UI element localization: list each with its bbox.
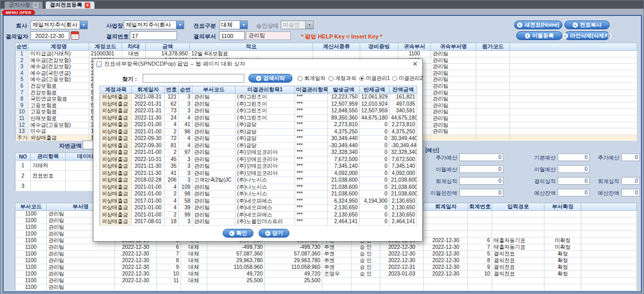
cell: 161,821 — [389, 94, 417, 101]
grid-row[interactable]: 3 — [15, 181, 106, 191]
grid-row[interactable]: 외상매출금2022-01-31733관리팀(주)그린조이***12,848,55… — [100, 108, 417, 115]
cell: 12,507,959 — [360, 108, 389, 115]
grid-row[interactable]: 외상매출금2021-01-00297관리팀(주)꼬매요코리아***32,328,… — [100, 149, 417, 156]
grid-row[interactable]: 외상매출금2018-02-282063고객만족2팀(JC(주)나노시스***21… — [100, 177, 417, 184]
column-header[interactable]: 입력경로 — [492, 203, 544, 211]
column-header[interactable]: 회계일자 — [424, 203, 468, 211]
company-select[interactable]: 제일저지주식회사 ▼ — [30, 21, 88, 29]
grid-row[interactable]: 1100관리팀2022-12-308대체29,963,78029,963,780… — [15, 258, 637, 264]
column-header[interactable]: 순번 — [179, 86, 192, 94]
column-header[interactable]: 귀속부서 — [398, 43, 431, 51]
grid-row[interactable]: 외상매출금2022-01-31623관리팀(주)그린조이***12,507,95… — [100, 101, 417, 108]
tab-close-icon[interactable]: × — [85, 3, 90, 8]
cell: 2021-11-30 — [132, 170, 165, 177]
column-header[interactable] — [510, 43, 637, 51]
grid-row[interactable]: 외상매출금2022-10-31453관리팀(주)꼬매요코리아***7,672,5… — [100, 156, 417, 163]
column-header[interactable]: 부서확정 — [544, 203, 581, 211]
column-header[interactable]: 금액 — [146, 43, 190, 51]
find-input[interactable] — [143, 74, 244, 83]
column-header[interactable]: 적요 — [190, 43, 313, 51]
dept-code-input[interactable] — [219, 31, 245, 40]
cell: 미확정 — [544, 244, 581, 251]
grid-row[interactable]: 외상매출금2021-01-00439관리팀(주)네오피에스***2,130,65… — [100, 205, 417, 212]
grid-row[interactable]: 외상매출금2021-01-00296관리팀(주)금당***4,375,25004… — [100, 128, 417, 135]
grid-row[interactable]: 외상매출금2017-01-00458관리팀(주)네오피에스***6,324,95… — [100, 198, 417, 205]
open-items-grid[interactable]: 계정과목회계일자번호순번부서코드미결관리항목1미결관리항목2발생금액반제금액잔액… — [100, 86, 417, 226]
radio-accounting-date[interactable]: 회계일자 — [298, 75, 325, 82]
column-header[interactable]: 번호 — [165, 86, 179, 94]
column-header[interactable]: 귀속부서명 — [431, 43, 476, 51]
column-header[interactable]: 경비증빙 — [360, 43, 398, 51]
grid-row[interactable]: 외상매출금2017-08-01183관리팀(주)노블인더스트리***2,464,… — [100, 219, 417, 226]
column-header[interactable]: 계정과목 — [100, 86, 132, 94]
cell: (주)꼬매요코리아 — [236, 163, 295, 170]
column-header[interactable]: 회계번호 — [468, 203, 492, 211]
grid-row[interactable]: 외상매출금2021-01-00299관리팀(주)네오피에스***2,130,65… — [100, 211, 417, 219]
column-header[interactable]: 부서코드 — [192, 86, 236, 94]
cell: 미지급금(거래처) — [29, 51, 89, 57]
column-header[interactable]: 계정코드 — [89, 43, 122, 51]
grid-row[interactable]: 1100관리팀2022-12-307대체57,087,36057,087,360… — [15, 251, 637, 258]
column-header[interactable]: 반제금액 — [360, 86, 389, 94]
column-header[interactable]: 미결관리항목1 — [236, 86, 295, 94]
carryover-register-button[interactable]: ▸ 이월등록 — [516, 31, 562, 40]
cell: 4 — [165, 122, 179, 129]
column-header[interactable]: 잔액금액 — [389, 86, 417, 94]
column-header[interactable] — [581, 203, 636, 211]
grid-row[interactable]: 외상매출금2021-01-00441관리팀(주)금당***2,273,81002… — [100, 122, 417, 129]
tab-voucher-entry[interactable]: 결의전표등록 × — [46, 2, 94, 9]
management-items-grid[interactable]: NO관리항목데이타1거래처2전표번호3 — [15, 152, 106, 191]
column-header[interactable]: 차/대 — [122, 43, 146, 51]
grid-row[interactable]: 외상매출금2021-11-30413관리팀(주)꼬매요코리아***4,092,0… — [100, 170, 417, 177]
column-header[interactable]: 원가코드 — [476, 43, 510, 51]
new-voucher-button[interactable]: ▸ 새전표(Home) — [514, 21, 562, 29]
popup-title-bar[interactable]: 전표세부항목(SPNDCDPop) 팝업 -- 웹 페이지 대화 상자 ✕ — [93, 59, 422, 69]
grid-row[interactable]: 1100관리팀2022-12-309대체110,058,960110,058,9… — [15, 264, 637, 271]
grid-row[interactable]: 1거래처 — [15, 161, 106, 171]
column-header[interactable]: 관리항목 — [31, 153, 66, 161]
cell: 41 — [165, 170, 179, 177]
grid-row[interactable]: 1100관리팀2022-12-3011대체25,50025,500 — [15, 278, 637, 284]
column-header[interactable]: 계정명 — [29, 43, 89, 51]
grid-row[interactable]: 1100관리팀2022-12-306대체-499,730-499,730주엔승 … — [15, 244, 637, 251]
grid-row[interactable]: 외상매출금2022-09-30724관리팀(주)금당***30,349,4400… — [100, 135, 417, 143]
radio-open-mgmt2[interactable]: 미결관리2 — [392, 75, 423, 82]
grid-row[interactable]: 외상매출금2022-09-30814관리팀(주)금당***-30,349,440… — [100, 142, 417, 149]
tab-close-icon[interactable]: × — [33, 3, 38, 8]
close-button[interactable]: ▸ 닫기 — [259, 229, 289, 238]
resolution-date-input[interactable] — [30, 31, 69, 40]
close-icon[interactable]: ✕ — [411, 60, 419, 68]
grid-row[interactable]: 외상매출금2021-11-30353관리팀(주)꼬매요코리아***7,345,1… — [100, 163, 417, 170]
resolution-dept-label: 결의부서 — [193, 33, 216, 41]
copy-voucher-button[interactable]: ▸ 전표복사 — [564, 21, 610, 29]
column-header[interactable]: 계산서종류 — [313, 43, 360, 51]
radio-account-title[interactable]: 계정과목 — [328, 75, 356, 82]
grid-row[interactable]: 외상매출금2021-01-004109관리팀(주)나노시스***21,038,6… — [100, 184, 417, 191]
search-start-button[interactable]: ▸ 검색시작 — [248, 74, 292, 83]
grid-row[interactable]: 외상매출금2021-08-311213관리팀(주)그린조이***12,223,7… — [100, 94, 417, 101]
confirm-button[interactable]: ▸ 확인 — [223, 229, 253, 238]
radio-open-mgmt1[interactable]: 미결관리1 — [359, 75, 390, 82]
cell: 관리팀 — [192, 149, 236, 156]
grid-row[interactable]: 1미지급금(거래처)21000301대변14,378,95012월 4대보험료1… — [15, 51, 637, 57]
cell: 3 — [179, 94, 192, 101]
column-header[interactable]: 미결관리항목2 — [295, 86, 328, 94]
tab-notice[interactable]: 공지사항 × — [5, 2, 43, 9]
cell: *** — [295, 156, 328, 163]
column-header[interactable]: NO — [15, 153, 31, 161]
site-select[interactable]: 제일저지주식회사 ▼ — [124, 21, 184, 29]
grid-row[interactable]: 외상매출금2022-11-30244관리팀(주)그린조이***89,350,36… — [100, 114, 417, 122]
column-header[interactable]: 회계일자 — [132, 86, 165, 94]
grid-row[interactable]: 1100관리팀2022-12-3010대체49,72049,720조영우승 인2… — [15, 271, 637, 278]
resolution-no-input[interactable] — [130, 31, 177, 40]
grid-row[interactable]: 2전표번호 — [15, 171, 106, 181]
cell: 고용보험료 — [29, 109, 89, 115]
column-header[interactable]: 순번 — [15, 43, 29, 51]
column-header[interactable]: 발생금액 — [328, 86, 360, 94]
grid-row[interactable]: 외상매출금2021-01-00298관리팀(주)나노시스***21,038,60… — [100, 191, 417, 198]
delete-line-button[interactable]: ▸ 라인삭제(삭제키) — [564, 31, 610, 40]
grid-row[interactable]: 1100관리팀 — [15, 284, 637, 291]
column-header[interactable]: 부서코드 — [15, 203, 47, 211]
calendar-icon[interactable] — [71, 31, 79, 40]
slip-type-select[interactable]: 대체 ▼ — [219, 21, 248, 29]
